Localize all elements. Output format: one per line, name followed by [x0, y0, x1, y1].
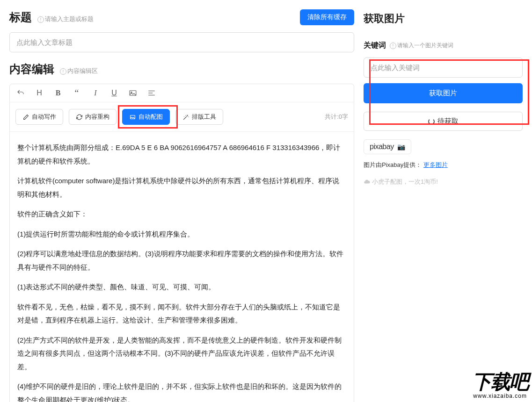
cloud-icon: [364, 179, 370, 185]
bold-icon[interactable]: B: [53, 88, 63, 98]
watermark: 下载吧 www.xiazaiba.com: [472, 372, 528, 399]
content-paragraph: 软件看不见，无色，枯燥，看不见，摸不到，闻不到。软件大部分存在于人们的头脑或纸上…: [17, 301, 346, 327]
image-icon[interactable]: [128, 88, 138, 98]
content-paragraph: (1)提供运行时所需功能和性能的命令或计算机程序集合。: [17, 228, 346, 241]
cost-note: 小虎子配图，一次1淘币!: [364, 178, 523, 186]
italic-icon[interactable]: I: [90, 88, 101, 98]
auto-image-button[interactable]: 自动配图: [122, 109, 170, 125]
content-paragraph: 整个计算机系统由两部分组成：E.69DA 5 E 6 BA 9062616964…: [17, 141, 346, 168]
info-icon: !: [390, 43, 396, 49]
title-input[interactable]: [9, 32, 354, 52]
fetch-image-button[interactable]: 获取图片: [364, 83, 523, 103]
content-paragraph: (4)维护不同的硬件是旧的，理论上软件是旧的，并不坏，但实际上软件也是旧的和坏的…: [17, 380, 346, 402]
content-paragraph: 软件的正确含义如下：: [17, 208, 346, 221]
info-icon: !: [37, 16, 44, 23]
more-images-link[interactable]: 更多图片: [423, 161, 448, 168]
keyword-input[interactable]: [364, 57, 523, 78]
content-textarea[interactable]: 整个计算机系统由两部分组成：E.69DA 5 E 6 BA 9062616964…: [10, 132, 354, 402]
title-hint: !请输入主题或标题: [37, 15, 94, 22]
format-toolbar: H B “ I U: [10, 84, 354, 102]
title-header: 标题 !请输入主题或标题 清除所有缓存: [9, 9, 354, 25]
content-paragraph: (2)生产方式不同的软件是开发，是人类智能的高发挥，而不是传统意义上的硬件制造。…: [17, 334, 346, 374]
word-count: 共计:0字: [325, 113, 348, 121]
align-left-icon[interactable]: [146, 88, 157, 98]
editor: H B “ I U 自动写作 内容重构 自动配图: [9, 84, 354, 402]
picture-icon: [129, 114, 136, 120]
action-toolbar: 自动写作 内容重构 自动配图 排版工具 共计:0字: [10, 102, 354, 132]
info-icon: !: [60, 68, 66, 75]
content-paragraph: (1)表达形式不同的硬件类型、颜色、味道、可见、可摸、可闻。: [17, 280, 346, 294]
quote-icon[interactable]: “: [72, 88, 82, 98]
attribution-text: 图片由Pixabay提供： 更多图片: [364, 161, 523, 169]
clear-cache-button[interactable]: 清除所有缓存: [300, 9, 354, 25]
content-hint: !内容编辑区: [60, 67, 98, 74]
spinner-icon: [428, 118, 435, 125]
heading-icon[interactable]: H: [34, 88, 44, 98]
underline-icon[interactable]: U: [109, 88, 119, 98]
keyword-label: 关键词 !请输入一个图片关键词: [364, 41, 523, 50]
image-panel-title: 获取图片: [364, 9, 523, 26]
layout-tool-button[interactable]: 排版工具: [175, 109, 223, 125]
refresh-icon: [76, 114, 82, 120]
wand-icon: [182, 114, 189, 120]
pixabay-badge: pixabay 📷: [364, 139, 411, 154]
camera-icon: 📷: [396, 143, 405, 151]
pending-button[interactable]: 待获取: [364, 112, 523, 131]
auto-write-button[interactable]: 自动写作: [15, 109, 63, 125]
content-paragraph: (2)程序可以满意地处理信息的数据结构。(3)说明程序功能要求和程序需要的文档的…: [17, 247, 346, 274]
title-label: 标题: [9, 11, 32, 23]
content-paragraph: 计算机软件(computer software)是指计算机系统中除硬件以外的所有…: [17, 174, 346, 201]
undo-icon[interactable]: [15, 88, 26, 98]
content-label: 内容编辑: [9, 63, 54, 75]
pencil-icon: [22, 114, 29, 120]
content-rebuild-button[interactable]: 内容重构: [69, 109, 117, 125]
